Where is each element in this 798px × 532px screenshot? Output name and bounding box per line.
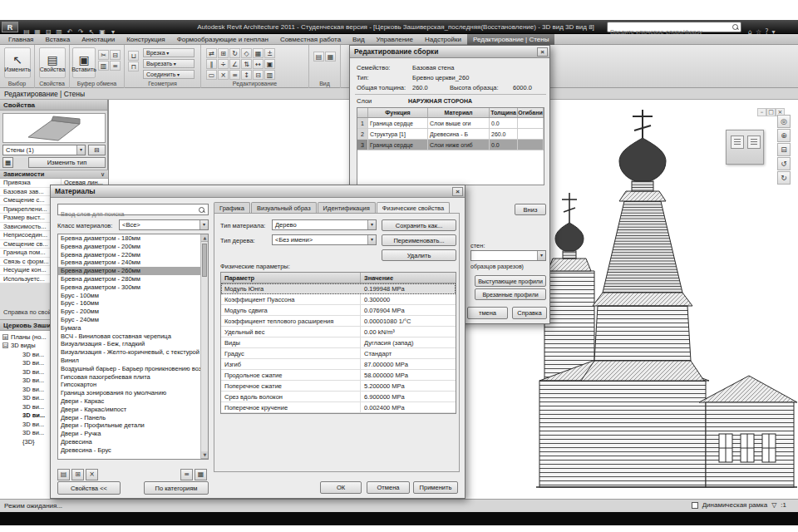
material-tab[interactable]: Графика bbox=[214, 202, 250, 213]
material-item[interactable]: Двери - Каркас/импост bbox=[58, 406, 200, 414]
material-item[interactable]: Древесина bbox=[58, 438, 200, 446]
material-tab[interactable]: Физические свойства bbox=[377, 202, 450, 213]
physical-param-row[interactable]: Коэффициент теплового расширения 0.00001… bbox=[221, 316, 456, 327]
align-icon[interactable]: ∥ bbox=[206, 59, 217, 69]
dynamic-frame-checkbox[interactable] bbox=[692, 502, 698, 509]
material-class-dropdown[interactable]: <Все> bbox=[119, 219, 209, 230]
move-icon[interactable]: ⇄ bbox=[206, 48, 217, 58]
collapse-icon[interactable]: ∨ bbox=[101, 170, 105, 179]
geometry-tool-button[interactable]: Вырезать bbox=[143, 59, 195, 68]
wood-type-dropdown[interactable]: <Без имени> bbox=[272, 234, 377, 245]
ok-button[interactable]: ОК bbox=[320, 481, 362, 494]
selector-menu-button[interactable]: ⊟ bbox=[88, 145, 106, 155]
section-header-constraints[interactable]: Зависимости ∨ bbox=[0, 170, 108, 179]
material-item[interactable]: Граница зонирования по умолчанию bbox=[58, 389, 200, 397]
physical-param-row[interactable]: Удельный вес 0.00 kN/m³ bbox=[221, 327, 456, 337]
ribbon-tab[interactable]: Аннотации bbox=[76, 34, 121, 45]
ribbon-tab[interactable]: Вид bbox=[347, 34, 370, 45]
ribbon-tab[interactable]: Конструкция bbox=[121, 34, 170, 45]
scroll-up-icon[interactable]: ▲ bbox=[201, 234, 209, 242]
material-item[interactable]: Гипсовая пазогребневая плита bbox=[58, 373, 200, 382]
material-type-dropdown[interactable]: Дерево bbox=[272, 219, 377, 230]
ribbon-tab[interactable]: Формообразующие и генплан bbox=[171, 34, 274, 45]
column-header[interactable]: Функция bbox=[368, 108, 428, 117]
tree-expander-icon[interactable]: ⊟ bbox=[2, 342, 8, 348]
physical-param-row[interactable]: Изгиб 87.000000 MPa bbox=[221, 359, 456, 370]
pan-icon[interactable]: ⊕ bbox=[777, 129, 791, 142]
physical-param-row[interactable]: Поперечное сжатие 5.200000 MPa bbox=[221, 381, 456, 392]
zoom-icon[interactable]: ⊟ bbox=[777, 143, 791, 156]
mini-toolbar-button[interactable] bbox=[731, 135, 744, 149]
paste-button[interactable]: ▣ Вставить bbox=[72, 47, 96, 78]
extend-icon[interactable]: ↔ bbox=[253, 59, 264, 69]
cope-icon[interactable]: ⊔ bbox=[128, 51, 139, 61]
material-item[interactable]: Брус - 200мм bbox=[58, 308, 200, 316]
rewind-icon[interactable]: ↺ bbox=[777, 157, 791, 170]
modify-button[interactable]: ↖ Изменить bbox=[4, 47, 31, 78]
layer-row[interactable]: 2 Структура [1] Древесина - Б 260.0 bbox=[357, 129, 544, 140]
search-icon[interactable] bbox=[199, 207, 205, 214]
copy-tool-icon[interactable]: ⊞ bbox=[218, 48, 229, 58]
delete-material-icon[interactable]: × bbox=[86, 469, 98, 480]
offset-icon[interactable]: ⇅ bbox=[241, 59, 252, 69]
material-item[interactable]: Двери - Профильные детали bbox=[58, 421, 200, 430]
view-minimize-icon[interactable]: – bbox=[757, 108, 766, 116]
ribbon-tab[interactable]: Надстройки bbox=[419, 34, 467, 45]
cancel-button[interactable]: Отмена bbox=[367, 481, 410, 494]
join-icon[interactable]: ⊟ bbox=[253, 70, 264, 80]
physical-param-row[interactable]: Срез вдоль волокон 6.900000 MPa bbox=[221, 392, 456, 402]
material-item[interactable]: Бумага bbox=[58, 324, 200, 332]
duplicate-material-icon[interactable]: ▤ bbox=[57, 469, 70, 480]
clipboard-list-icon[interactable]: ≡ bbox=[110, 61, 121, 71]
ribbon-tab[interactable]: Главная bbox=[2, 34, 39, 45]
pin-icon[interactable]: ▣ bbox=[264, 59, 275, 69]
column-header[interactable]: Параметр bbox=[221, 273, 361, 283]
material-item[interactable]: Бревна диаметром - 220мм bbox=[58, 251, 200, 259]
material-item[interactable]: Бревна диаметром - 200мм bbox=[58, 243, 200, 251]
physical-param-row[interactable]: Градус Стандарт bbox=[221, 348, 456, 359]
layer-row[interactable]: 1 Граница сердце Слои выше оги 0.0 bbox=[357, 118, 544, 129]
cut-geometry-icon[interactable]: ⊓ bbox=[128, 62, 139, 71]
steering-wheel-icon[interactable]: ◎ bbox=[777, 115, 791, 128]
physical-param-row[interactable]: Модуль Юнга 0.199948 MPa bbox=[221, 283, 456, 294]
material-tab[interactable]: Идентификация bbox=[318, 202, 376, 213]
properties-palette-header[interactable]: Свойства bbox=[0, 100, 107, 111]
mini-toolbar-button[interactable] bbox=[747, 135, 761, 149]
properties-help-link[interactable]: Справка по свой... bbox=[3, 308, 57, 316]
cancel-button[interactable]: тмена bbox=[467, 307, 508, 319]
array-icon[interactable]: ▦ bbox=[253, 48, 264, 58]
material-item[interactable]: Двери - Панель bbox=[58, 414, 200, 422]
material-item[interactable]: Брус - 240мм bbox=[58, 316, 200, 324]
column-header[interactable]: Толщина bbox=[490, 108, 518, 117]
list-view-icon[interactable]: ≡ bbox=[180, 469, 193, 480]
column-header[interactable]: Материал bbox=[428, 108, 490, 117]
physical-param-row[interactable]: Поперечное кручение 0.002400 MPa bbox=[221, 402, 456, 413]
material-item[interactable]: Воздушный барьер - Барьер проникновению … bbox=[58, 365, 200, 373]
material-item[interactable]: Визуализация - Желто-коричневый, с текст… bbox=[58, 348, 200, 357]
switch-windows-icon[interactable]: ▦ bbox=[325, 52, 336, 62]
material-tab[interactable]: Визуальный образ bbox=[251, 202, 317, 213]
new-material-icon[interactable]: ⊞ bbox=[71, 469, 84, 480]
trim-icon[interactable]: ∠ bbox=[229, 59, 240, 69]
thumbnail-view-icon[interactable]: ▦ bbox=[195, 469, 207, 480]
search-icon[interactable] bbox=[732, 24, 739, 31]
material-item[interactable]: Гипсокартон bbox=[58, 381, 200, 389]
rotate-icon[interactable]: ↻ bbox=[229, 48, 240, 58]
layer-row[interactable]: 3 Граница сердце Слои ниже огиб 0.0 bbox=[357, 140, 544, 150]
material-item[interactable]: Визуализация - Беж, гладкий bbox=[58, 340, 200, 348]
material-item[interactable]: Брус - 160мм bbox=[58, 299, 200, 308]
geometry-tool-button[interactable]: Соединить bbox=[143, 70, 195, 79]
material-item[interactable]: Бревна диаметром - 240мм bbox=[58, 259, 200, 267]
by-category-button[interactable]: По категориям bbox=[144, 481, 209, 495]
material-item[interactable]: Двери - Ручка bbox=[58, 430, 200, 438]
match-type-icon[interactable]: ▥ bbox=[98, 61, 109, 71]
edit-type-button[interactable]: Изменить тип bbox=[28, 157, 106, 168]
scrollbar-thumb[interactable] bbox=[202, 244, 207, 277]
paint-icon[interactable]: ▥ bbox=[264, 70, 275, 80]
view-restore-icon[interactable]: □ bbox=[766, 108, 776, 116]
dialog-title-bar[interactable]: Материалы × bbox=[51, 185, 465, 198]
scale-icon[interactable]: ± bbox=[264, 48, 275, 58]
column-header[interactable]: Огибани bbox=[518, 108, 544, 117]
mirror-icon[interactable]: ◇ bbox=[241, 48, 252, 58]
ribbon-tab[interactable]: Совместная работа bbox=[274, 34, 347, 45]
